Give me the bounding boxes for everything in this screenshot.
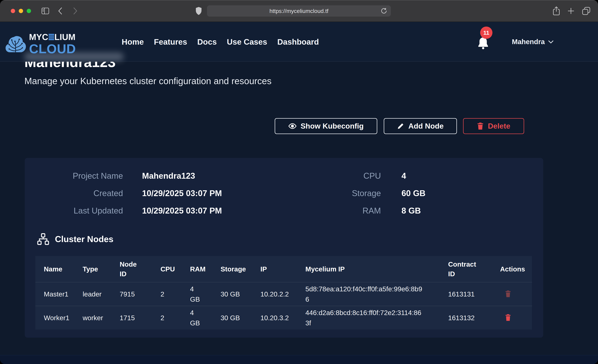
cell-cpu: 2 [160,289,190,299]
cell-node_id: 1715 [120,313,160,323]
tab-overview-icon[interactable] [582,7,590,15]
cell-type: leader [83,289,120,299]
nav-links: HomeFeaturesDocsUse CasesDashboard [122,22,319,62]
detail-value: 10/29/2025 03:07 PM [142,189,222,198]
detail-value: 10/29/2025 03:07 PM [142,206,222,215]
share-icon[interactable] [553,6,560,16]
table-header-row: NameTypeNode IDCPURAMStorageIPMycelium I… [35,256,532,282]
detail-value: Mahendra123 [142,171,195,181]
back-button[interactable] [58,7,63,15]
chevron-down-icon[interactable] [548,40,554,44]
close-button[interactable] [11,9,15,13]
page-title-clip: Mahendra123 [25,62,224,69]
column-header: Node ID [120,259,139,279]
mycelium-logo-icon[interactable] [5,36,26,53]
node-row: Worker1worker171524 GB30 GB10.20.3.2446:… [35,306,532,330]
page: MYCLIUM CLOUD HomeFeaturesDocsUse CasesD… [0,22,598,364]
nav-link-dashboard[interactable]: Dashboard [277,37,319,46]
reload-icon[interactable] [381,8,387,15]
user-menu[interactable]: Mahendra [512,38,545,46]
detail-value: 60 GB [401,189,425,198]
detail-label: CPU [298,171,381,181]
page-subtitle: Manage your Kubernetes cluster configura… [25,76,272,86]
cell-contract_id: 1613131 [448,289,500,299]
brand-line1: MYCLIUM [29,33,76,41]
page-title: Mahendra123 [25,62,224,69]
detail-label: Storage [298,189,381,198]
browser-chrome: https://myceliumcloud.tf [0,0,598,22]
column-header: Actions [500,264,532,274]
add-node-button[interactable]: Add Node [384,118,457,134]
browser-window: https://myceliumcloud.tf [0,0,598,364]
cell-name: Master1 [44,289,83,299]
cell-storage: 30 GB [221,289,260,299]
cell-node_id: 7915 [120,289,160,299]
brand-line2: CLOUD [29,42,76,55]
notification-badge[interactable]: 11 [480,26,492,39]
detail-value: 4 [401,171,406,181]
new-tab-icon[interactable] [568,8,574,14]
cluster-details-card: Project NameMahendra123Created10/29/2025… [25,158,543,338]
cell-name: Worker1 [44,313,83,323]
cell-cpu: 2 [160,313,190,323]
pencil-icon [397,123,404,130]
cell-ip: 10.20.2.2 [260,289,305,299]
brand-wordmark[interactable]: MYCLIUM CLOUD [29,33,76,55]
cell-ram: 4 GB [190,284,202,305]
forward-button[interactable] [73,7,78,15]
zoom-button[interactable] [27,9,31,13]
delete-node-button[interactable] [505,314,511,322]
delete-node-button[interactable] [505,290,511,298]
nav-link-features[interactable]: Features [154,37,187,46]
trash-icon [477,122,484,130]
delete-button[interactable]: Delete [463,118,524,134]
cluster-nodes-header: Cluster Nodes [37,233,114,245]
address-bar[interactable]: https://myceliumcloud.tf [207,5,391,17]
cell-storage: 30 GB [221,313,260,323]
cell-contract_id: 1613132 [448,313,500,323]
cluster-nodes-table: NameTypeNode IDCPURAMStorageIPMycelium I… [35,256,532,330]
nav-link-use-cases[interactable]: Use Cases [227,37,267,46]
detail-label: RAM [298,206,381,215]
column-header: RAM [190,264,221,274]
brand-e-bars [49,34,54,40]
footer-strip [0,355,598,364]
column-header: Mycelium IP [305,264,448,274]
column-header: IP [260,264,305,274]
cluster-nodes-title: Cluster Nodes [55,234,114,244]
trash-icon [505,314,511,321]
url-text: https://myceliumcloud.tf [269,8,328,14]
cell-ip: 10.20.3.2 [260,313,305,323]
column-header: Storage [221,264,260,274]
cell-type: worker [83,313,120,323]
detail-label: Created [25,189,123,198]
minimize-button[interactable] [19,9,23,13]
column-header: CPU [160,264,190,274]
detail-value: 8 GB [401,206,421,215]
column-header: Contract ID [448,259,479,279]
top-navbar: MYCLIUM CLOUD HomeFeaturesDocsUse CasesD… [0,22,598,62]
nav-link-docs[interactable]: Docs [197,37,216,46]
sidebar-toggle-icon[interactable] [42,7,49,15]
nav-link-home[interactable]: Home [122,37,144,46]
node-row: Master1leader791524 GB30 GB10.20.2.25d8:… [35,282,532,306]
detail-label: Last Updated [25,206,123,215]
cell-ram: 4 GB [190,308,202,328]
column-header: Name [44,264,83,274]
privacy-shield-icon[interactable] [196,7,202,15]
show-kubeconfig-button[interactable]: Show Kubeconfig [275,118,377,134]
eye-icon [288,122,297,130]
cell-mycelium_ip: 446:d2a6:8bcd:8c16:ff0f:72e2:3114:863f [305,308,427,328]
cell-mycelium_ip: 5d8:78ea:a120:f40c:ff0f:a5fe:99e6:8b96 [305,284,427,305]
trash-icon [505,290,511,298]
column-header: Type [83,264,120,274]
detail-label: Project Name [25,171,123,181]
network-icon [37,233,49,245]
